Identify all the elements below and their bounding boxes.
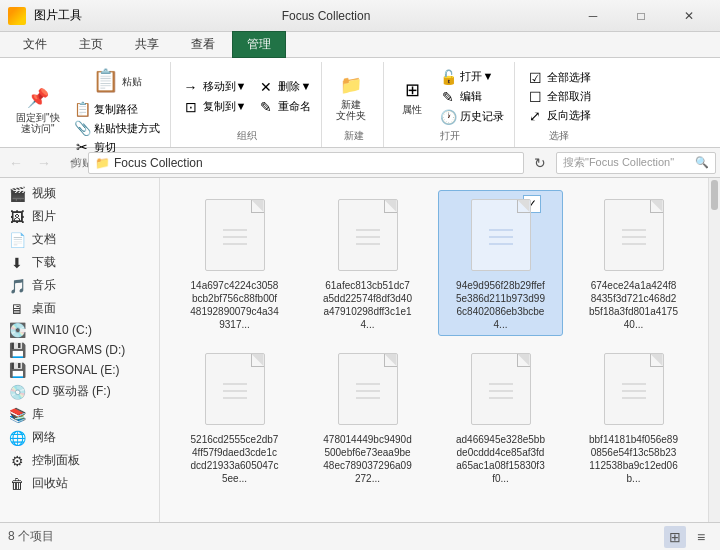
- deselect-all-icon: ☐: [527, 89, 543, 105]
- c-drive-icon: 💽: [8, 323, 26, 337]
- paste-shortcut-button[interactable]: 📎 粘贴快捷方式: [70, 119, 164, 137]
- delete-button[interactable]: ✕ 删除▼: [254, 78, 315, 96]
- sidebar-label-c-drive: WIN10 (C:): [32, 323, 92, 337]
- invert-icon: ⤢: [527, 108, 543, 124]
- minimize-button[interactable]: ─: [570, 2, 616, 30]
- deselect-all-button[interactable]: ☐ 全部取消: [523, 88, 595, 106]
- delete-label: 删除▼: [278, 79, 311, 94]
- tab-home[interactable]: 主页: [64, 31, 118, 57]
- file-name-0: 14a697c4224c3058bcb2bf756c88fb00f4819289…: [190, 279, 280, 331]
- search-icon: 🔍: [695, 156, 709, 169]
- window-title: Focus Collection: [82, 9, 570, 23]
- select-label: 选择: [523, 129, 595, 145]
- clipboard-small-btns: 📋 复制路径 📎 粘贴快捷方式 ✂ 剪切: [70, 100, 164, 156]
- sidebar-item-library[interactable]: 📚 库: [0, 403, 159, 426]
- sidebar-item-c-drive[interactable]: 💽 WIN10 (C:): [0, 320, 159, 340]
- sidebar-label-library: 库: [32, 406, 44, 423]
- edit-button[interactable]: ✎ 编辑: [436, 88, 508, 106]
- address-path[interactable]: 📁 Focus Collection: [88, 152, 524, 174]
- tab-view[interactable]: 查看: [176, 31, 230, 57]
- select-all-button[interactable]: ☑ 全部选择: [523, 69, 595, 87]
- maximize-button[interactable]: □: [618, 2, 664, 30]
- sidebar-item-downloads[interactable]: ⬇ 下载: [0, 251, 159, 274]
- history-button[interactable]: 🕐 历史记录: [436, 108, 508, 126]
- sidebar-item-network[interactable]: 🌐 网络: [0, 426, 159, 449]
- pictures-icon: 🖼: [8, 210, 26, 224]
- sidebar-item-f-drive[interactable]: 💿 CD 驱动器 (F:): [0, 380, 159, 403]
- back-button[interactable]: ←: [4, 151, 28, 175]
- close-button[interactable]: ✕: [666, 2, 712, 30]
- tab-manage[interactable]: 管理: [232, 31, 286, 58]
- forward-button[interactable]: →: [32, 151, 56, 175]
- edit-label: 编辑: [460, 89, 482, 104]
- library-icon: 📚: [8, 408, 26, 422]
- ribbon-tabs: 文件 主页 共享 查看 管理: [0, 32, 720, 58]
- pin-quick-access-button[interactable]: 📌 固定到"快速访问": [10, 83, 66, 137]
- open-icon: 🔓: [440, 69, 456, 85]
- file-doc-6: [471, 353, 531, 425]
- sidebar-label-control-panel: 控制面板: [32, 452, 80, 469]
- sidebar-item-videos[interactable]: 🎬 视频: [0, 182, 159, 205]
- sidebar-item-control-panel[interactable]: ⚙ 控制面板: [0, 449, 159, 472]
- sidebar-item-documents[interactable]: 📄 文档: [0, 228, 159, 251]
- copy-path-button[interactable]: 📋 复制路径: [70, 100, 164, 118]
- delete-icon: ✕: [258, 79, 274, 95]
- file-item-3[interactable]: 674ece24a1a424f88435f3d721c468d2b5f18a3f…: [571, 190, 696, 336]
- window-controls: ─ □ ✕: [570, 2, 712, 30]
- file-doc-3: [604, 199, 664, 271]
- up-button[interactable]: ↑: [60, 151, 84, 175]
- sidebar-item-d-drive[interactable]: 💾 PROGRAMS (D:): [0, 340, 159, 360]
- new-folder-label: 新建文件夹: [336, 99, 366, 121]
- sidebar-item-recycle-bin[interactable]: 🗑 回收站: [0, 472, 159, 495]
- file-name-7: bbf14181b4f056e890856e54f13c58b23112538b…: [589, 433, 679, 485]
- copy-path-icon: 📋: [74, 101, 90, 117]
- search-box[interactable]: 搜索"Focus Collection" 🔍: [556, 152, 716, 174]
- list-view-button[interactable]: ≡: [690, 526, 712, 548]
- organize-label: 组织: [179, 129, 316, 145]
- file-doc-1: [338, 199, 398, 271]
- copy-to-button[interactable]: ⊡ 复制到▼: [179, 98, 251, 116]
- file-item-2[interactable]: ✓ 94e9d956f28b29ffef5e386d211b973d996c84…: [438, 190, 563, 336]
- title-bar-left: 图片工具: [8, 7, 82, 25]
- file-icon-4: [195, 349, 275, 429]
- file-icon-0: [195, 195, 275, 275]
- paste-button[interactable]: 📋 粘贴: [70, 64, 164, 98]
- tab-share[interactable]: 共享: [120, 31, 174, 57]
- path-icon: 📁: [95, 156, 110, 170]
- select-all-icon: ☑: [527, 70, 543, 86]
- file-doc-7: [604, 353, 664, 425]
- file-item-7[interactable]: bbf14181b4f056e890856e54f13c58b23112538b…: [571, 344, 696, 490]
- grid-view-button[interactable]: ⊞: [664, 526, 686, 548]
- sidebar-label-pictures: 图片: [32, 208, 56, 225]
- deselect-all-label: 全部取消: [547, 89, 591, 104]
- properties-button[interactable]: ⊞ 属性: [392, 75, 432, 118]
- new-folder-button[interactable]: 📁 新建文件夹: [330, 70, 372, 124]
- item-count: 8 个项目: [8, 528, 54, 545]
- file-item-0[interactable]: 14a697c4224c3058bcb2bf756c88fb00f4819289…: [172, 190, 297, 336]
- view-controls: ⊞ ≡: [664, 526, 712, 548]
- invert-selection-button[interactable]: ⤢ 反向选择: [523, 107, 595, 125]
- file-name-4: 5216cd2555ce2db74ff57f9daed3cde1cdcd2193…: [190, 433, 280, 485]
- file-item-6[interactable]: ad466945e328e5bbde0cddd4ce85af3fda65ac1a…: [438, 344, 563, 490]
- file-icon-5: [328, 349, 408, 429]
- file-name-5: 478014449bc9490d500ebf6e73eaa9be48ec7890…: [323, 433, 413, 485]
- edit-icon: ✎: [440, 89, 456, 105]
- tab-file[interactable]: 文件: [8, 31, 62, 57]
- open-button[interactable]: 🔓 打开▼: [436, 68, 508, 86]
- file-item-4[interactable]: 5216cd2555ce2db74ff57f9daed3cde1cdcd2193…: [172, 344, 297, 490]
- file-scrollbar[interactable]: [708, 178, 720, 522]
- title-bar: 图片工具 Focus Collection ─ □ ✕: [0, 0, 720, 32]
- move-to-button[interactable]: → 移动到▼: [179, 78, 251, 96]
- sidebar-item-desktop[interactable]: 🖥 桌面: [0, 297, 159, 320]
- sidebar-label-documents: 文档: [32, 231, 56, 248]
- sidebar-item-e-drive[interactable]: 💾 PERSONAL (E:): [0, 360, 159, 380]
- refresh-button[interactable]: ↻: [528, 151, 552, 175]
- file-item-5[interactable]: 478014449bc9490d500ebf6e73eaa9be48ec7890…: [305, 344, 430, 490]
- sidebar-label-f-drive: CD 驱动器 (F:): [32, 383, 111, 400]
- sidebar-item-pictures[interactable]: 🖼 图片: [0, 205, 159, 228]
- paste-shortcut-icon: 📎: [74, 120, 90, 136]
- file-item-1[interactable]: 61afec813cb51dc7a5dd22574f8df3d40a479102…: [305, 190, 430, 336]
- rename-button[interactable]: ✎ 重命名: [254, 98, 315, 116]
- sidebar-item-music[interactable]: 🎵 音乐: [0, 274, 159, 297]
- pin-icon: 📌: [26, 86, 50, 110]
